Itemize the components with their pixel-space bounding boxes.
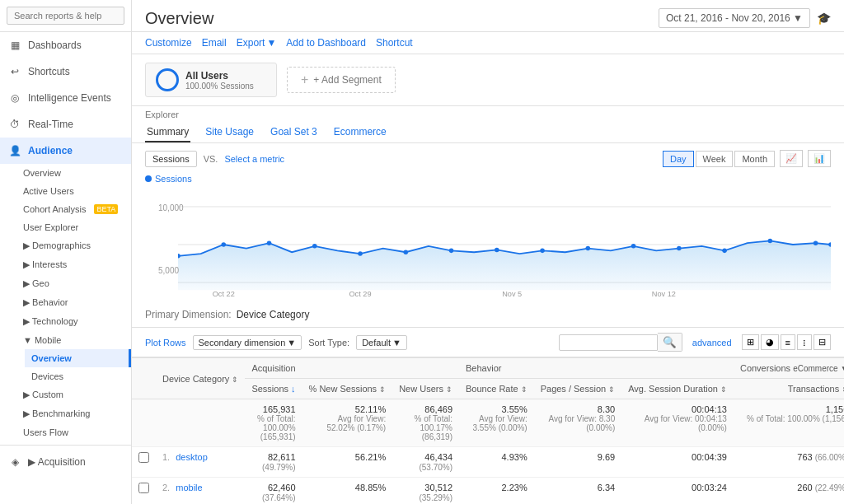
sort-type-label: Sort Type: <box>308 338 349 348</box>
all-users-segment[interactable]: All Users 100.00% Sessions <box>145 63 277 97</box>
th-pct-new[interactable]: % New Sessions ⇕ <box>302 379 393 399</box>
calendar-icon[interactable]: 🎓 <box>817 12 831 25</box>
customize-btn[interactable]: Customize <box>145 37 192 49</box>
compare-view-btn[interactable]: ⫶ <box>797 334 812 350</box>
date-range-picker[interactable]: Oct 21, 2016 - Nov 20, 2016 ▼ <box>659 8 810 28</box>
sidebar-sub-label: ▶ Geo <box>23 278 49 289</box>
sidebar-item-audience[interactable]: 👤 Audience <box>0 138 131 164</box>
svg-text:Nov 12: Nov 12 <box>652 290 676 298</box>
sidebar-item-behavior[interactable]: ▶ Behavior <box>16 293 131 312</box>
tab-ecommerce[interactable]: Ecommerce <box>332 123 388 142</box>
sidebar: ▦ Dashboards ↩ Shortcuts ◎ Intelligence … <box>0 0 132 504</box>
person-icon: 👤 <box>8 144 21 157</box>
add-dashboard-btn[interactable]: Add to Dashboard <box>286 37 366 49</box>
grid-icon: ▦ <box>8 39 21 52</box>
sidebar-sub-label: Users Flow <box>23 427 68 437</box>
total-pages: 8.30 Avg for View: 8.30 (0.00%) <box>534 399 622 447</box>
svg-point-3 <box>221 242 226 247</box>
sidebar-item-dashboards[interactable]: ▦ Dashboards <box>0 32 131 58</box>
email-btn[interactable]: Email <box>202 37 227 49</box>
sidebar-item-user-explorer[interactable]: User Explorer <box>16 218 131 236</box>
sidebar-item-active-users[interactable]: Active Users <box>16 182 131 200</box>
sidebar-sub-label: Cohort Analysis <box>23 204 86 214</box>
th-pages[interactable]: Pages / Session ⇕ <box>534 379 622 399</box>
week-btn[interactable]: Week <box>696 151 734 167</box>
sidebar-item-label: Shortcuts <box>28 66 70 77</box>
bar-chart-btn[interactable]: 📊 <box>808 150 831 167</box>
tab-site-usage[interactable]: Site Usage <box>204 123 256 142</box>
sidebar-item-interests[interactable]: ▶ Interests <box>16 255 131 274</box>
sidebar-item-intelligence[interactable]: ◎ Intelligence Events <box>0 85 131 111</box>
total-sessions: 165,931 % of Total: 100.00% (165,931) <box>245 399 302 447</box>
search-input[interactable] <box>7 7 124 25</box>
line-chart-btn[interactable]: 📈 <box>780 150 803 167</box>
row-avg-session: 00:04:39 <box>621 447 734 478</box>
sidebar-item-demographics[interactable]: ▶ Demographics <box>16 236 131 255</box>
tab-goal-set3[interactable]: Goal Set 3 <box>269 123 319 142</box>
table-search-input[interactable] <box>559 334 658 351</box>
sidebar-item-users-flow[interactable]: Users Flow <box>16 423 131 441</box>
sort-type-btn[interactable]: Default ▼ <box>356 335 407 350</box>
segment-name: All Users <box>185 70 254 82</box>
svg-point-13 <box>677 246 682 251</box>
sidebar-item-aud-overview[interactable]: Overview <box>16 164 131 182</box>
sidebar-item-label: Dashboards <box>28 40 82 51</box>
segment-info: All Users 100.00% Sessions <box>185 70 254 91</box>
sidebar-item-cohort[interactable]: Cohort Analysis BETA <box>16 200 131 218</box>
grid-view-btn[interactable]: ⊞ <box>742 334 759 350</box>
page-title: Overview <box>145 9 213 28</box>
row-transactions: 763 (66.00%) <box>734 447 844 478</box>
th-bounce[interactable]: Bounce Rate ⇕ <box>459 379 534 399</box>
sidebar-item-realtime[interactable]: ⏱ Real-Time <box>0 111 131 138</box>
sidebar-item-geo[interactable]: ▶ Geo <box>16 274 131 293</box>
add-segment-btn[interactable]: + + Add Segment <box>287 67 396 93</box>
sidebar-sub-label: Overview <box>23 168 61 178</box>
table-row: 2. mobile 62,460 (37.64%) 48.85% 30,512 … <box>132 478 844 505</box>
th-avg-session[interactable]: Avg. Session Duration ⇕ <box>621 379 734 399</box>
svg-text:Oct 22: Oct 22 <box>213 290 235 298</box>
th-new-users[interactable]: New Users ⇕ <box>392 379 459 399</box>
secondary-dim-btn[interactable]: Secondary dimension ▼ <box>193 335 302 350</box>
sidebar-item-benchmarking[interactable]: ▶ Benchmarking <box>16 404 131 423</box>
ecommerce-dropdown[interactable]: eCommerce ▼ <box>793 364 844 373</box>
perf-view-btn[interactable]: ≡ <box>781 334 795 350</box>
sidebar-item-acquisition[interactable]: ◈ ▶ Acquisition <box>0 449 131 475</box>
th-device-category: Device Category ⇕ <box>156 358 245 399</box>
row-pages: 9.69 <box>534 447 622 478</box>
th-sessions[interactable]: Sessions ↓ <box>245 379 302 399</box>
th-transactions[interactable]: Transactions ⇕ <box>734 379 844 399</box>
sidebar-item-shortcuts[interactable]: ↩ Shortcuts <box>0 58 131 85</box>
month-btn[interactable]: Month <box>734 151 775 167</box>
row-checkbox[interactable] <box>132 478 156 505</box>
device-link[interactable]: desktop <box>176 452 208 462</box>
sidebar-item-custom[interactable]: ▶ Custom <box>16 385 131 404</box>
table-search-btn[interactable]: 🔍 <box>658 333 682 352</box>
shortcut-btn[interactable]: Shortcut <box>376 37 413 49</box>
plus-icon: + <box>301 72 308 87</box>
select-metric-btn[interactable]: Select a metric <box>224 154 284 164</box>
page-header: Overview Oct 21, 2016 - Nov 20, 2016 ▼ 🎓 <box>132 0 844 32</box>
sidebar-item-technology[interactable]: ▶ Technology <box>16 312 131 331</box>
pin-icon: ◎ <box>8 91 21 105</box>
row-pages: 6.34 <box>534 478 622 505</box>
advanced-link[interactable]: advanced <box>692 338 732 348</box>
toolbar: Customize Email Export ▼ Add to Dashboar… <box>132 32 844 54</box>
metric-sessions-btn[interactable]: Sessions <box>145 151 197 167</box>
total-checkbox <box>132 399 156 447</box>
export-btn[interactable]: Export ▼ <box>237 37 277 49</box>
explorer-tabs: Explorer Summary Site Usage Goal Set 3 E… <box>132 106 844 143</box>
row-checkbox[interactable] <box>132 447 156 478</box>
pie-view-btn[interactable]: ◕ <box>761 334 779 350</box>
sidebar-item-devices[interactable]: Devices <box>25 367 131 385</box>
primary-dim-label: Primary Dimension: <box>145 309 232 320</box>
plot-rows-btn[interactable]: Plot Rows <box>145 338 186 348</box>
sidebar-item-mobile-overview[interactable]: Overview <box>25 349 131 367</box>
device-link[interactable]: mobile <box>176 483 202 492</box>
pivot-view-btn[interactable]: ⊟ <box>814 334 831 350</box>
sidebar-item-mobile[interactable]: ▼ Mobile <box>16 331 131 349</box>
tab-summary[interactable]: Summary <box>145 123 190 142</box>
row-new-users: 46,434 (53.70%) <box>392 447 459 478</box>
svg-point-6 <box>358 251 363 256</box>
day-btn[interactable]: Day <box>663 151 694 167</box>
svg-text:Oct 29: Oct 29 <box>349 290 371 298</box>
